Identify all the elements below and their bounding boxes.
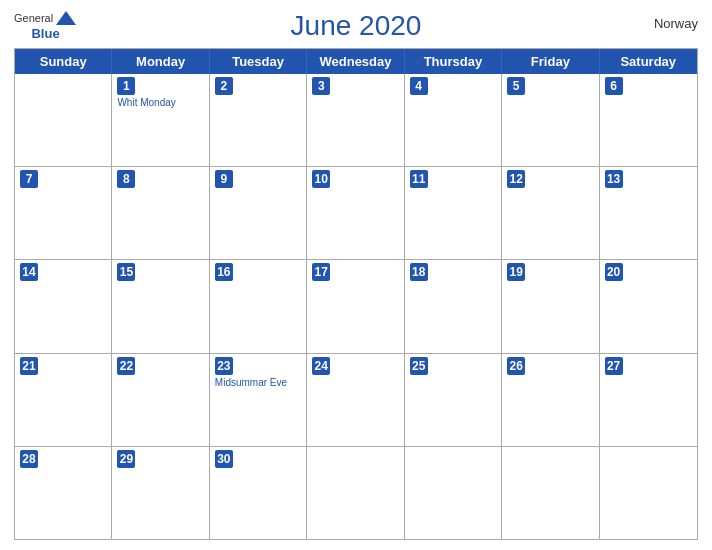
day-number: 10 <box>312 170 330 188</box>
header-tuesday: Tuesday <box>210 49 307 74</box>
day-number: 17 <box>312 263 330 281</box>
logo: General Blue <box>14 10 77 41</box>
calendar-cell <box>405 447 502 539</box>
calendar-cell: 13 <box>600 167 697 259</box>
day-number: 5 <box>507 77 525 95</box>
day-number: 20 <box>605 263 623 281</box>
calendar-cell: 28 <box>15 447 112 539</box>
header-wednesday: Wednesday <box>307 49 404 74</box>
day-number: 13 <box>605 170 623 188</box>
logo-icon <box>55 10 77 26</box>
country-label: Norway <box>654 16 698 31</box>
calendar-cell: 4 <box>405 74 502 166</box>
calendar-week-3: 14151617181920 <box>15 260 697 353</box>
calendar-cell: 14 <box>15 260 112 352</box>
calendar-cell: 26 <box>502 354 599 446</box>
header-sunday: Sunday <box>15 49 112 74</box>
day-number: 29 <box>117 450 135 468</box>
calendar-cell: 25 <box>405 354 502 446</box>
day-number: 19 <box>507 263 525 281</box>
calendar-week-2: 78910111213 <box>15 167 697 260</box>
calendar-cell: 17 <box>307 260 404 352</box>
day-number: 26 <box>507 357 525 375</box>
calendar-week-5: 282930 <box>15 447 697 539</box>
logo-general: General <box>14 12 53 24</box>
calendar-cell: 2 <box>210 74 307 166</box>
calendar-cell: 1Whit Monday <box>112 74 209 166</box>
page-title: June 2020 <box>291 10 422 42</box>
day-number: 14 <box>20 263 38 281</box>
calendar-cell: 8 <box>112 167 209 259</box>
day-number: 23 <box>215 357 233 375</box>
day-number: 4 <box>410 77 428 95</box>
calendar-cell <box>307 447 404 539</box>
calendar-cell: 3 <box>307 74 404 166</box>
day-number: 2 <box>215 77 233 95</box>
calendar-cell: 15 <box>112 260 209 352</box>
day-number: 28 <box>20 450 38 468</box>
calendar-cell: 9 <box>210 167 307 259</box>
day-number <box>312 450 330 468</box>
calendar-cell: 24 <box>307 354 404 446</box>
calendar-cell: 12 <box>502 167 599 259</box>
svg-marker-0 <box>56 11 76 25</box>
calendar-week-4: 212223Midsummar Eve24252627 <box>15 354 697 447</box>
header-monday: Monday <box>112 49 209 74</box>
header-saturday: Saturday <box>600 49 697 74</box>
calendar-week-1: 1Whit Monday23456 <box>15 74 697 167</box>
day-number: 6 <box>605 77 623 95</box>
calendar-cell <box>600 447 697 539</box>
day-number: 11 <box>410 170 428 188</box>
day-number: 1 <box>117 77 135 95</box>
day-number: 3 <box>312 77 330 95</box>
day-number <box>605 450 623 468</box>
calendar-body: 1Whit Monday2345678910111213141516171819… <box>15 74 697 539</box>
calendar-cell <box>15 74 112 166</box>
day-number: 16 <box>215 263 233 281</box>
calendar-cell: 21 <box>15 354 112 446</box>
calendar-cell: 30 <box>210 447 307 539</box>
day-number <box>507 450 525 468</box>
calendar-container: General Blue June 2020 Norway Sunday Mon… <box>0 0 712 550</box>
day-number: 18 <box>410 263 428 281</box>
calendar-cell: 6 <box>600 74 697 166</box>
calendar-weekday-headers: Sunday Monday Tuesday Wednesday Thursday… <box>15 49 697 74</box>
calendar-header: General Blue June 2020 Norway <box>14 10 698 42</box>
day-number: 21 <box>20 357 38 375</box>
header-thursday: Thursday <box>405 49 502 74</box>
day-number: 12 <box>507 170 525 188</box>
calendar-cell: 11 <box>405 167 502 259</box>
holiday-label: Whit Monday <box>117 97 203 109</box>
day-number: 25 <box>410 357 428 375</box>
calendar-cell: 29 <box>112 447 209 539</box>
day-number <box>20 77 38 95</box>
calendar-cell: 20 <box>600 260 697 352</box>
day-number: 9 <box>215 170 233 188</box>
calendar-cell: 10 <box>307 167 404 259</box>
calendar-cell: 27 <box>600 354 697 446</box>
calendar-cell: 7 <box>15 167 112 259</box>
day-number: 15 <box>117 263 135 281</box>
holiday-label: Midsummar Eve <box>215 377 301 389</box>
calendar-cell: 5 <box>502 74 599 166</box>
logo-blue: Blue <box>31 26 59 41</box>
day-number: 24 <box>312 357 330 375</box>
calendar-cell: 18 <box>405 260 502 352</box>
calendar-cell: 16 <box>210 260 307 352</box>
calendar-cell: 23Midsummar Eve <box>210 354 307 446</box>
calendar-grid: Sunday Monday Tuesday Wednesday Thursday… <box>14 48 698 540</box>
calendar-cell: 19 <box>502 260 599 352</box>
day-number: 27 <box>605 357 623 375</box>
day-number: 22 <box>117 357 135 375</box>
day-number: 7 <box>20 170 38 188</box>
header-friday: Friday <box>502 49 599 74</box>
day-number: 8 <box>117 170 135 188</box>
calendar-cell: 22 <box>112 354 209 446</box>
day-number: 30 <box>215 450 233 468</box>
calendar-cell <box>502 447 599 539</box>
day-number <box>410 450 428 468</box>
